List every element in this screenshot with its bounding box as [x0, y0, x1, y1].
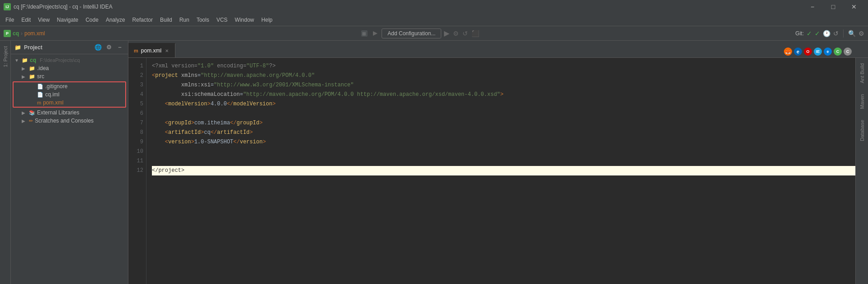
idea-arrow: ▶	[22, 66, 27, 71]
sidebar-collapse-btn[interactable]: −	[115, 43, 124, 52]
line-num-11: 11	[128, 156, 143, 166]
tab-close-button[interactable]: ✕	[164, 47, 170, 54]
run-toolbar: ⊞ Add Configuration... ▶ ⚙ ↺ ⬛	[360, 28, 480, 38]
breadcrumb-project[interactable]: cq	[13, 30, 19, 37]
scratches-label: Scratches and Consoles	[35, 118, 94, 124]
code-content[interactable]: <?xml version="1.0" encoding="UTF-8"?> <…	[146, 58, 863, 284]
menu-edit[interactable]: Edit	[18, 15, 34, 25]
tree-item-src[interactable]: ▶ 📁 src	[11, 72, 128, 80]
scratches-icon: ✏	[29, 118, 33, 124]
idea-label: .idea	[37, 65, 49, 71]
git-clock-icon: 🕐	[823, 30, 830, 37]
title-bar: IJ cq [F:\IdeaProjects\cq] - cq - Intell…	[0, 0, 868, 14]
root-folder-icon: 📁	[22, 57, 28, 63]
tabs-bar: m pom.xml ✕ 🦊 e O IE e C C	[128, 41, 868, 58]
separator	[843, 29, 844, 38]
menu-tools[interactable]: Tools	[193, 15, 213, 25]
menu-bar: File Edit View Navigate Code Analyze Ref…	[0, 14, 868, 26]
sidebar-gear-btn[interactable]: ⚙	[104, 43, 113, 52]
tab-label: pom.xml	[141, 47, 161, 54]
svg-text:⊞: ⊞	[362, 31, 366, 36]
menu-run[interactable]: Run	[176, 15, 193, 25]
menu-refactor[interactable]: Refactor	[129, 15, 156, 25]
line-num-2: 2	[128, 71, 143, 80]
menu-view[interactable]: View	[34, 15, 53, 25]
gitignore-icon: 📄	[37, 84, 43, 90]
stop-button[interactable]: ⬛	[471, 30, 480, 37]
editor-panel: m pom.xml ✕ 🦊 e O IE e C C 1 2 3	[128, 41, 868, 284]
line-num-9: 9	[128, 137, 143, 147]
rebuild-button[interactable]: ↺	[462, 30, 469, 37]
menu-analyze[interactable]: Analyze	[102, 15, 129, 25]
menu-navigate[interactable]: Navigate	[53, 15, 82, 25]
run-button[interactable]: ▶	[443, 29, 450, 38]
menu-code[interactable]: Code	[82, 15, 102, 25]
git-check-green: ✓	[807, 30, 812, 37]
code-line-7: <groupId>com.itheima</groupId>	[152, 118, 857, 128]
ie-icon[interactable]: IE	[814, 47, 822, 56]
scratches-arrow: ▶	[22, 118, 27, 123]
app-icon: IJ	[4, 3, 11, 10]
code-line-6	[152, 109, 857, 118]
menu-build[interactable]: Build	[156, 15, 176, 25]
menu-window[interactable]: Window	[231, 15, 258, 25]
edge-legacy-icon[interactable]: e	[794, 47, 802, 56]
toolbar: P cq › pom.xml ⊞ Add Configuration... ▶ …	[0, 26, 868, 41]
breadcrumb-file[interactable]: pom.xml	[24, 30, 45, 37]
close-button[interactable]: ✕	[844, 0, 864, 14]
tree-root[interactable]: ▼ 📁 cq F:\IdeaProjects\cq	[11, 56, 128, 64]
minimize-button[interactable]: −	[802, 0, 823, 14]
root-arrow: ▼	[14, 58, 20, 63]
sidebar-title: Project	[24, 44, 42, 51]
tree-item-gitignore[interactable]: ▶ 📄 .gitignore	[14, 82, 125, 90]
menu-vcs[interactable]: VCS	[213, 15, 231, 25]
tree-item-idea[interactable]: ▶ 📁 .idea	[11, 64, 128, 72]
code-line-8: <artifactId>cq</artifactId>	[152, 128, 857, 137]
project-tab[interactable]: 1: Project	[1, 43, 10, 71]
chrome-icon[interactable]: C	[834, 47, 842, 56]
project-icon: P	[4, 30, 11, 37]
maximize-button[interactable]: □	[823, 0, 844, 14]
cqiml-label: cq.iml	[45, 91, 59, 98]
maven-tab[interactable]: Maven	[858, 89, 867, 114]
toggle-icon	[371, 29, 380, 38]
extlib-icon: 📚	[29, 110, 35, 116]
line-num-7: 7	[128, 118, 143, 128]
tree-item-cqiml[interactable]: ▶ 📄 cq.iml	[14, 90, 125, 99]
idea-folder-icon: 📁	[29, 66, 35, 71]
settings-icon[interactable]: ⚙	[859, 30, 864, 37]
firefox-icon[interactable]: 🦊	[784, 47, 792, 56]
sidebar-globe-btn[interactable]: 🌐	[94, 43, 103, 52]
root-label: cq	[30, 57, 36, 63]
add-configuration-button[interactable]: Add Configuration...	[382, 28, 441, 38]
line-num-4: 4	[128, 90, 143, 99]
tree-item-ext-libs[interactable]: ▶ 📚 External Libraries	[11, 109, 128, 117]
database-tab[interactable]: Database	[858, 114, 867, 147]
line-num-6: 6	[128, 109, 143, 118]
tree-item-scratches[interactable]: ▶ ✏ Scratches and Consoles	[11, 117, 128, 125]
pomxml-icon: m	[37, 100, 41, 105]
menu-help[interactable]: Help	[258, 15, 276, 25]
code-line-2: <project xmlns="http://maven.apache.org/…	[152, 71, 857, 80]
code-line-1: <?xml version="1.0" encoding="UTF-8"?>	[152, 62, 857, 71]
opera-icon[interactable]: O	[804, 47, 812, 56]
line-num-1: 1	[128, 62, 143, 71]
search-icon[interactable]: 🔍	[848, 30, 856, 37]
menu-file[interactable]: File	[2, 15, 18, 25]
line-num-5: 5	[128, 99, 143, 109]
editor-area[interactable]: 1 2 3 4 5 6 7 8 9 10 11 12 <?xml version…	[128, 58, 868, 284]
code-line-4: xsi:schemaLocation="http://maven.apache.…	[152, 90, 857, 99]
tab-pomxml[interactable]: m pom.xml ✕	[128, 43, 175, 57]
project-folder-icon: 📁	[14, 44, 21, 51]
line-num-10: 10	[128, 147, 143, 156]
highlighted-files-group: ▶ 📄 .gitignore ▶ 📄 cq.iml ▶ m pom.xml	[13, 81, 126, 108]
root-path: F:\IdeaProjects\cq	[40, 57, 80, 63]
build-button[interactable]: ⚙	[452, 30, 460, 37]
edge-icon[interactable]: e	[824, 47, 832, 56]
breadcrumb: cq › pom.xml	[13, 30, 45, 37]
tree-item-pomxml[interactable]: ▶ m pom.xml	[14, 99, 125, 107]
src-arrow: ▶	[22, 74, 27, 79]
line-num-12: 12	[128, 166, 143, 175]
ant-build-tab[interactable]: Ant Build	[858, 58, 867, 89]
chromium-icon[interactable]: C	[844, 47, 852, 56]
